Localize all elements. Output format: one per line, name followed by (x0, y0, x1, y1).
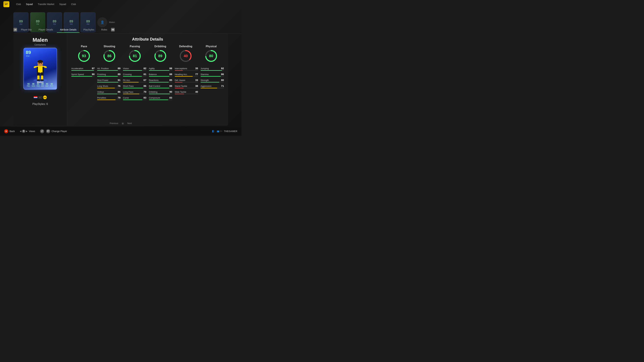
attr-item: Balance 88 (149, 73, 172, 77)
club-badge: BVB (43, 95, 47, 99)
attr-bar (200, 76, 224, 77)
passing-gauge: 81 (128, 49, 142, 63)
category-defending: Defending 40 (179, 45, 192, 63)
attr-bar-fill (175, 94, 184, 94)
attr-bar-fill (97, 82, 118, 82)
attr-value: 91 (118, 79, 120, 81)
shooting-label: Shooting (104, 45, 115, 48)
nav-squad[interactable]: Squad (26, 3, 33, 5)
attr-item: Long Shots 76 (97, 84, 120, 88)
dribbling-gauge: 89 (154, 49, 167, 63)
left-panel: Malen Centurions 89 RM (14, 33, 67, 126)
attr-item: Agility 88 (149, 67, 172, 71)
attr-item: Slide Tackle 40 (175, 90, 198, 94)
logo: U7 (3, 1, 10, 7)
attr-name: Strength (200, 79, 209, 81)
attr-name: Acceleration (71, 67, 83, 70)
attr-bar (149, 94, 172, 94)
tab-playstyles[interactable]: PlayStyles (80, 27, 97, 33)
flag-netherlands (34, 96, 38, 98)
attr-bar (97, 94, 120, 94)
attr-item: Curve 83 (123, 96, 146, 100)
playstyles-label: PlayStyles: 6 (32, 103, 48, 106)
attr-bar-fill (97, 94, 117, 94)
attr-item: FK Acc. 67 (123, 79, 146, 82)
watermark-label: THEGAMER (224, 130, 237, 133)
attr-name: Short Pass (123, 85, 134, 87)
attr-bar (149, 99, 172, 100)
svg-rect-10 (40, 72, 44, 76)
nav-transfer[interactable]: Transfer Market (38, 3, 54, 5)
attr-value: 33 (195, 79, 198, 81)
tab-player-details[interactable]: Player Details (36, 27, 56, 33)
attr-col-pace: Acceleration 97 Sprint Speed 90 (71, 67, 94, 100)
attr-col-shooting: Att. Position 89 Finishing 89 Shot Power… (97, 67, 120, 100)
change-player-label: Change Player (52, 130, 67, 133)
tab-player-bio[interactable]: Player Bio (18, 27, 35, 33)
attr-name: Balance (149, 73, 157, 76)
attr-bar-fill (97, 88, 115, 88)
attr-bar-fill (97, 76, 118, 77)
change-player-button[interactable]: LT RT Change Player (40, 129, 67, 133)
card-rating: 89 (26, 50, 31, 55)
attr-bar (175, 70, 198, 71)
attr-bar-fill (123, 82, 138, 82)
attr-value: 82 (144, 67, 146, 70)
category-shooting: Shooting 86 (103, 45, 116, 63)
attr-item: Ball Control 88 (149, 84, 172, 88)
attr-value: 83 (144, 96, 146, 99)
tab-attribute-details[interactable]: Attribute Details (57, 27, 80, 33)
attr-name: Reactions (149, 79, 159, 81)
prev-button[interactable]: Previous (110, 122, 118, 124)
attr-bar (71, 76, 94, 77)
attr-value: 88 (170, 67, 172, 70)
attr-value: 76 (118, 84, 120, 87)
attr-value: 71 (221, 84, 224, 87)
pagination: Previous ◉ Next (110, 122, 132, 125)
attr-bar-fill (71, 70, 94, 71)
attr-item: Volleys 86 (97, 90, 120, 94)
category-physical: Physical 80 (204, 45, 218, 63)
nav-club[interactable]: Club (16, 3, 21, 5)
dribbling-label: Dribbling (154, 45, 166, 48)
attr-name: Penalties (97, 96, 106, 99)
attr-item: Long Pass 70 (123, 90, 146, 94)
attr-item: Acceleration 97 (71, 67, 94, 71)
attr-name: Def. Aware (175, 79, 185, 81)
attr-bar-fill (123, 94, 139, 94)
player-avatar: 👤 (97, 17, 107, 27)
views-button[interactable]: ◀ R ▶ Views (20, 130, 35, 133)
attr-bar-fill (200, 70, 222, 71)
attr-value: 89 (118, 73, 120, 76)
nav-club2[interactable]: Club (71, 3, 76, 5)
attr-item: Stand Tackle 38 (175, 84, 198, 88)
nav-squad2[interactable]: Squad (59, 3, 66, 5)
next-button[interactable]: Next (127, 122, 132, 124)
svg-rect-12 (41, 75, 43, 80)
lt-button: LT (40, 129, 44, 133)
attr-bar (149, 70, 172, 71)
attr-bar-fill (149, 76, 170, 77)
attr-bar (123, 76, 146, 77)
attr-bar (97, 82, 120, 82)
tab-roles[interactable]: Roles (98, 27, 110, 33)
attr-bar (123, 70, 146, 71)
attr-item: Att. Position 89 (97, 67, 120, 71)
physical-gauge: 80 (204, 49, 218, 63)
attr-name: Att. Position (97, 67, 109, 70)
attr-value: 90 (170, 90, 172, 93)
back-button[interactable]: B Back (4, 129, 15, 133)
passing-value: 81 (133, 54, 137, 58)
attr-item: Short Pass 86 (123, 84, 146, 88)
attr-item: Composure 83 (149, 96, 172, 100)
attr-item: Finishing 89 (97, 73, 120, 77)
attr-name: Crossing (123, 73, 132, 76)
attr-name: Stand Tackle (175, 85, 187, 87)
attr-item: Dribbling 90 (149, 90, 172, 94)
attr-value: 79 (118, 96, 120, 99)
attr-bar-fill (123, 70, 142, 71)
attr-name: Volleys (97, 91, 104, 93)
attr-bar (97, 88, 120, 88)
category-passing: Passing 81 (128, 45, 142, 63)
attr-col-passing: Vision 82 Crossing 81 FK Acc. 67 (123, 67, 146, 100)
